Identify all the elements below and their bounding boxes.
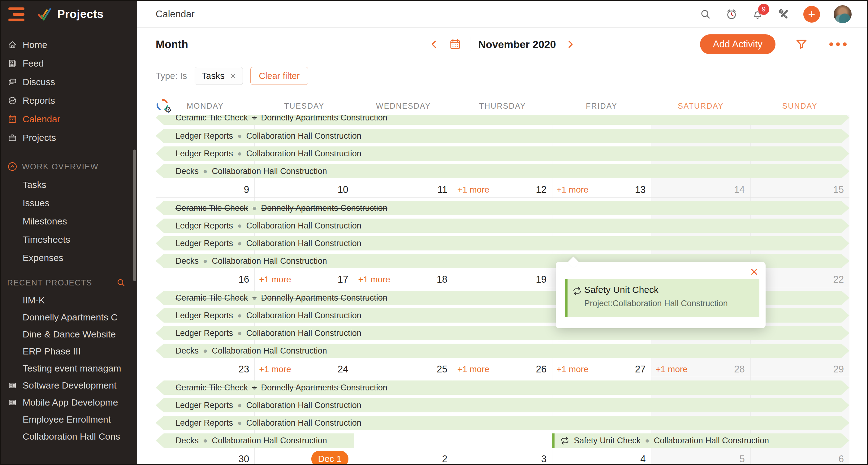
sidebar-item-milestones[interactable]: Milestones (1, 212, 137, 230)
date-cell[interactable]: 2 (354, 451, 453, 464)
popup-event-card[interactable]: Safety Unit Check Project:Collaboration … (565, 279, 760, 317)
next-month-icon[interactable] (564, 38, 577, 51)
date-picker-icon[interactable] (448, 37, 462, 51)
date-cell[interactable]: +1 more12 (453, 182, 552, 198)
work-overview-header[interactable]: WORK OVERVIEW (1, 157, 137, 176)
date-cell[interactable]: 3 (453, 451, 552, 464)
recent-project-mobile-app[interactable]: Mobile App Developme (1, 394, 137, 411)
separator-dot: ● (203, 257, 208, 265)
event-bar-decks[interactable]: Decks●Collaboration Hall Construction (156, 433, 354, 448)
date-cell[interactable]: +1 more13 (552, 182, 651, 198)
date-cell[interactable]: +1 more24 (255, 361, 354, 377)
more-events-link[interactable]: +1 more (457, 185, 490, 195)
more-events-link[interactable]: +1 more (556, 185, 589, 195)
sidebar-item-home[interactable]: Home (1, 36, 137, 54)
date-cell[interactable]: +1 more17 (255, 271, 354, 287)
sidebar-item-reports[interactable]: Reports (1, 91, 137, 110)
tools-icon[interactable] (777, 8, 790, 21)
event-row: Decks●Collaboration Hall Construction Sa… (156, 433, 849, 448)
event-bar-ledger-reports[interactable]: Ledger Reports●Collaboration Hall Constr… (156, 416, 849, 430)
date-cell[interactable]: 4 (552, 451, 651, 464)
sidebar-item-tasks[interactable]: Tasks (1, 176, 137, 194)
add-activity-button[interactable]: Add Activity (700, 34, 775, 54)
date-cell[interactable]: 16 (156, 271, 255, 287)
app-name: Projects (57, 8, 104, 21)
recent-project-dine-dance[interactable]: Dine & Dance Website (1, 326, 137, 343)
more-events-link[interactable]: +1 more (655, 365, 688, 374)
sidebar-item-feed[interactable]: Feed (1, 54, 137, 73)
date-number: 10 (338, 184, 348, 195)
event-bar-ledger-reports[interactable]: Ledger Reports●Collaboration Hall Constr… (156, 146, 849, 161)
event-bar-decks[interactable]: Decks●Collaboration Hall Construction (156, 344, 849, 358)
view-mode-label[interactable]: Month (156, 38, 188, 51)
sidebar-item-issues[interactable]: Issues (1, 194, 137, 212)
sidebar-item-discuss[interactable]: Discuss (1, 73, 137, 91)
timer-icon[interactable] (725, 8, 738, 21)
event-bar-safety-unit-check[interactable]: Safety Unit Check●Collaboration Hall Con… (552, 433, 849, 448)
filter-chip-tasks[interactable]: Tasks × (195, 67, 243, 85)
event-bar-ledger-reports[interactable]: Ledger Reports●Collaboration Hall Constr… (156, 219, 849, 233)
date-cell[interactable]: 25 (354, 361, 453, 377)
sidebar-item-timesheets[interactable]: Timesheets (1, 230, 137, 249)
project-search-icon[interactable] (116, 278, 126, 288)
date-cell[interactable]: 23 (156, 361, 255, 377)
filter-icon[interactable] (794, 37, 809, 51)
sidebar-item-expenses[interactable]: Expenses (1, 249, 137, 267)
sidebar-item-projects[interactable]: Projects (1, 128, 137, 147)
more-events-link[interactable]: +1 more (259, 274, 291, 285)
more-events-link[interactable]: +1 more (259, 365, 291, 374)
event-bar-ceramic-tile-check[interactable]: Ceramic Tile Check●Donnelly Apartments C… (156, 380, 849, 395)
more-events-link[interactable]: +1 more (556, 365, 589, 374)
date-cell[interactable]: 19 (453, 271, 552, 287)
date-cell[interactable]: 9 (156, 182, 255, 198)
collapse-circle-icon[interactable] (7, 161, 18, 172)
date-cell[interactable]: 14 (651, 182, 750, 198)
clear-filter-button[interactable]: Clear filter (250, 67, 308, 85)
recent-project-donnelly[interactable]: Donnelly Apartments C (1, 309, 137, 326)
date-cell[interactable]: 5 (651, 451, 750, 464)
event-bar-ledger-reports[interactable]: Ledger Reports●Collaboration Hall Constr… (156, 129, 849, 143)
more-options-icon[interactable] (828, 42, 848, 46)
sidebar-item-label: Reports (23, 95, 55, 106)
recent-project-software-dev[interactable]: Software Development (1, 377, 137, 394)
calendar-sync-icon[interactable]: ⚙ (156, 98, 171, 114)
recent-project-iim-k[interactable]: IIM-K (1, 292, 137, 309)
recent-project-collaboration-hall[interactable]: Collaboration Hall Cons (1, 428, 137, 445)
user-avatar[interactable] (834, 5, 851, 23)
date-cell-today[interactable]: Dec 1 (255, 451, 354, 464)
hamburger-menu-icon[interactable] (8, 7, 26, 21)
recent-project-testing-event[interactable]: Testing event managam (1, 360, 137, 377)
event-bar-ledger-reports[interactable]: Ledger Reports●Collaboration Hall Constr… (156, 398, 849, 412)
date-cell[interactable]: +1 more27 (552, 361, 651, 377)
date-cell[interactable]: 15 (750, 182, 849, 198)
event-bar-decks[interactable]: Decks●Collaboration Hall Construction (156, 164, 849, 178)
date-cell[interactable]: +1 more18 (354, 271, 453, 287)
date-cell[interactable]: 30 (156, 451, 255, 464)
close-icon[interactable]: × (750, 265, 758, 279)
more-events-link[interactable]: +1 more (457, 365, 490, 374)
notifications-bell-icon[interactable]: 9 (751, 8, 764, 21)
date-cell[interactable]: 29 (750, 361, 849, 377)
date-cell[interactable]: +1 more26 (453, 361, 552, 377)
more-events-link[interactable]: +1 more (358, 274, 391, 285)
date-cell[interactable]: 6 (750, 451, 849, 464)
add-new-button[interactable]: + (803, 6, 820, 23)
recent-project-employee-enrollment[interactable]: Employee Enrollment (1, 411, 137, 428)
app-logo[interactable]: Projects (36, 6, 104, 22)
event-project: Collaboration Hall Construction (246, 311, 362, 320)
event-bar-ceramic-tile-check[interactable]: Ceramic Tile Check●Donnelly Apartments C… (156, 201, 849, 215)
event-bar-ledger-reports[interactable]: Ledger Reports●Collaboration Hall Constr… (156, 236, 849, 251)
prev-month-icon[interactable] (428, 38, 440, 51)
event-bar-ceramic-tile-check[interactable]: Ceramic Tile Check●Donnelly Apartments C… (156, 115, 849, 125)
date-cell[interactable]: 11 (354, 182, 453, 198)
sidebar-item-calendar[interactable]: Calendar (1, 110, 137, 128)
sidebar-scrollbar[interactable] (133, 149, 136, 281)
date-cell[interactable]: 10 (255, 182, 354, 198)
search-icon[interactable] (699, 8, 712, 21)
recurring-task-icon (572, 286, 582, 296)
date-cell[interactable]: +1 more28 (651, 361, 750, 377)
sync-settings-gear-icon: ⚙ (165, 105, 172, 115)
recent-project-erp[interactable]: ERP Phase III (1, 343, 137, 360)
current-period[interactable]: November 2020 (478, 38, 556, 51)
remove-filter-icon[interactable]: × (230, 70, 236, 82)
